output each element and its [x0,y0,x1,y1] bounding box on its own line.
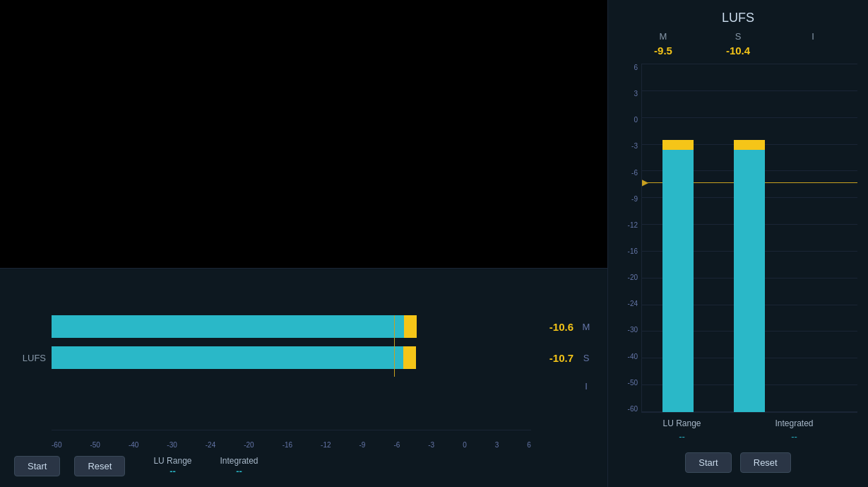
scale--24: -24 [619,300,638,307]
scale-label-6: -6 [393,441,400,449]
right-start-button[interactable]: Start [685,452,731,473]
left-start-button[interactable]: Start [14,456,60,476]
right-lu-range-value: -- [650,431,714,442]
right-footer-labels: LU Range Integrated [619,413,857,431]
scale-label-3: -3 [428,441,434,449]
scale--50: -50 [619,379,638,387]
scale-label-50: -50 [90,441,100,449]
scale-label-12: -12 [321,441,331,449]
right-lu-range-label: LU Range [650,418,714,428]
meter-area: -10.6 M LUFS -10.7 S I [14,283,593,427]
scale--20: -20 [619,274,638,281]
left-lu-range-label: LU Range [153,456,191,466]
right-title: LUFS [619,11,857,25]
left-reset-button[interactable]: Reset [74,456,125,476]
scale-label-16: -16 [283,441,292,449]
scale-label-20: -20 [244,441,254,449]
right-integrated-value: -- [763,431,826,442]
right-col-i-header: I [788,31,838,42]
right-reset-button[interactable]: Reset [740,452,791,473]
meter-channel-m: M [579,322,593,332]
scale--60: -60 [619,405,638,413]
right-bars-area: ▶ [641,64,857,413]
scale-label-30: -30 [167,441,177,449]
scale--3: -3 [619,142,638,150]
right-buttons: Start Reset [619,449,857,476]
scale-6: 6 [619,64,638,71]
left-integrated-value: -- [236,466,242,476]
right-bar-s-peak [734,140,765,150]
meter-value-s: -10.7 [531,352,573,364]
scale-0: 0 [619,116,638,124]
scale-label-0: 0 [463,441,467,449]
meter-value-m: -10.6 [531,321,573,333]
right-col-headers: M S I [619,31,857,42]
scale--30: -30 [619,326,638,334]
right-bar-col-i [800,64,843,412]
scale-label-24: -24 [206,441,215,449]
scale-label-40: -40 [129,441,138,449]
left-footer: Start Reset LU Range -- Integrated -- [14,449,593,480]
scale--12: -12 [619,221,638,229]
right-bar-m-fill [662,140,694,412]
scale-label-60: -60 [52,441,61,449]
scale--16: -16 [619,247,638,255]
right-values-row: -9.5 -10.4 [619,45,857,57]
right-bar-s-fill [734,140,765,412]
target-marker-arrow: ▶ [642,177,648,187]
left-bottom: -10.6 M LUFS -10.7 S I [0,268,607,487]
meter-row-i: I [14,377,593,394]
right-bar-m-peak [662,140,694,150]
left-lu-range-value: -- [170,466,176,476]
meter-channel-s: S [579,353,593,363]
meter-row-m: -10.6 M [14,315,593,338]
left-integrated-group: Integrated -- [220,456,258,476]
right-col-i-value [788,45,838,57]
right-panel: LUFS M S I -9.5 -10.4 6 3 0 -3 -6 -9 -12… [607,0,868,487]
scale-label-6p: 6 [527,441,531,449]
left-integrated-label: Integrated [220,456,258,466]
scale-area [52,427,531,441]
right-bar-col-s [728,64,771,412]
left-top-black [0,0,607,268]
right-footer-values: -- -- [619,431,857,449]
meter-bar-s [52,346,523,369]
right-col-s-header: S [713,31,763,42]
scale-labels: -60 -50 -40 -30 -24 -20 -16 -12 -9 -6 -3… [52,441,531,449]
scale-label-9: -9 [359,441,366,449]
meter-channel-i: I [579,381,593,392]
right-bar-col-m [657,64,699,412]
meter-bar-m [52,315,523,338]
right-col-m-value: -9.5 [638,45,688,57]
right-chart: 6 3 0 -3 -6 -9 -12 -16 -20 -24 -30 -40 -… [619,64,857,413]
right-col-s-value: -10.4 [713,45,763,57]
scale--40: -40 [619,353,638,360]
left-panel: -10.6 M LUFS -10.7 S I [0,0,607,487]
scale--6: -6 [619,169,638,177]
right-scale: 6 3 0 -3 -6 -9 -12 -16 -20 -24 -30 -40 -… [619,64,641,413]
left-lu-range-group: LU Range -- [153,456,191,476]
scale-3: 3 [619,90,638,98]
scale--9: -9 [619,195,638,203]
right-col-m-header: M [638,31,688,42]
meter-row-s-label: LUFS [14,353,46,363]
meter-row-s: LUFS -10.7 S [14,346,593,369]
scale-label-3p: 3 [495,441,499,449]
right-integrated-label: Integrated [763,418,826,428]
